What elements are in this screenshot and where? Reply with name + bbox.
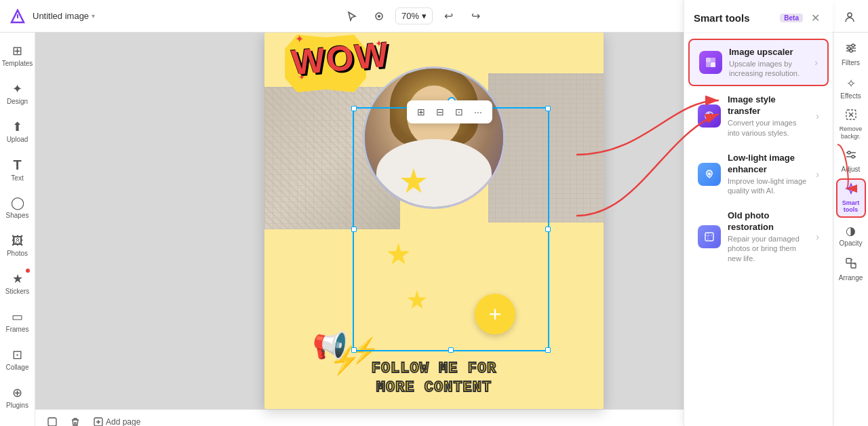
restoration-arrow-icon: › bbox=[816, 231, 819, 242]
frames-icon: ▭ bbox=[12, 309, 23, 324]
filters-icon bbox=[845, 42, 857, 58]
restoration-text: Old photo restoration Repair your damage… bbox=[728, 210, 809, 263]
handle-bm[interactable] bbox=[448, 347, 454, 353]
remove-bg-icon bbox=[845, 109, 857, 124]
photos-icon: 🖼 bbox=[12, 234, 24, 248]
sidebar-item-design[interactable]: ✦ Design bbox=[3, 76, 33, 111]
document-title[interactable]: Untitled image ▾ bbox=[33, 11, 95, 21]
templates-icon: ⊞ bbox=[12, 43, 22, 58]
sidebar-item-text[interactable]: T Text bbox=[3, 152, 33, 187]
svg-rect-33 bbox=[851, 263, 856, 268]
title-chevron-icon: ▾ bbox=[92, 12, 95, 20]
svg-rect-11 bbox=[711, 62, 715, 67]
canvas-plus-button[interactable]: + bbox=[475, 294, 515, 334]
effects-icon: ✧ bbox=[846, 77, 856, 91]
svg-point-5 bbox=[848, 13, 852, 17]
svg-rect-15 bbox=[705, 233, 713, 241]
right-panel-effects[interactable]: ✧ Effects bbox=[836, 72, 866, 104]
style-transfer-arrow-icon: › bbox=[816, 111, 819, 121]
collage-icon: ⊡ bbox=[12, 347, 22, 362]
panel-items: Image upscaler Upscale images by increas… bbox=[684, 33, 833, 426]
upscaler-arrow-icon: › bbox=[814, 57, 818, 68]
lowlight-arrow-icon: › bbox=[816, 169, 819, 180]
svg-rect-8 bbox=[706, 58, 711, 62]
svg-point-22 bbox=[850, 50, 852, 52]
sidebar-item-frames[interactable]: ▭ Frames bbox=[3, 304, 33, 339]
history-button[interactable] bbox=[43, 414, 61, 427]
float-toolbar: ⊞ ⊟ ⊡ ··· bbox=[407, 100, 492, 123]
handle-br[interactable] bbox=[545, 347, 551, 353]
image-upscaler-item[interactable]: Image upscaler Upscale images by increas… bbox=[688, 39, 829, 86]
svg-point-19 bbox=[852, 44, 854, 47]
svg-rect-6 bbox=[48, 418, 56, 426]
style-transfer-item[interactable]: Image style transfer Convert your images… bbox=[688, 88, 829, 144]
design-canvas: ✦ ✦ ✦ WOW bbox=[264, 33, 604, 409]
svg-rect-10 bbox=[706, 62, 711, 67]
float-more-btn[interactable]: ··· bbox=[469, 103, 487, 121]
float-tool-3[interactable]: ⊡ bbox=[450, 103, 468, 121]
right-panel-opacity[interactable]: ◑ Opacity bbox=[836, 219, 866, 252]
center-circle-photo bbox=[363, 66, 505, 209]
add-page-button[interactable]: Add page bbox=[90, 414, 144, 427]
sidebar-item-stickers[interactable]: ★ Stickers bbox=[3, 266, 33, 301]
right-panel-adjust[interactable]: Adjust bbox=[836, 144, 866, 177]
magic-tool-button[interactable] bbox=[368, 5, 390, 27]
shapes-icon: ◯ bbox=[11, 195, 24, 210]
handle-mr[interactable] bbox=[545, 227, 551, 232]
plugins-icon: ⊕ bbox=[12, 385, 22, 400]
canvas-right-photo bbox=[488, 73, 604, 222]
user-icon-btn[interactable] bbox=[840, 6, 860, 26]
svg-point-3 bbox=[378, 15, 380, 18]
photo-restoration-item[interactable]: Old photo restoration Repair your damage… bbox=[688, 204, 829, 270]
svg-point-16 bbox=[848, 47, 850, 50]
design-icon: ✦ bbox=[12, 81, 22, 96]
svg-rect-9 bbox=[711, 58, 715, 62]
right-panel-remove-bg[interactable]: Remove backgr. bbox=[836, 106, 866, 143]
float-tool-1[interactable]: ⊞ bbox=[412, 103, 430, 121]
opacity-icon: ◑ bbox=[846, 224, 856, 238]
sidebar-item-templates[interactable]: ⊞ Templates bbox=[3, 38, 33, 73]
main-layout: ⊞ Templates ✦ Design ⬆ Upload T Text ◯ S… bbox=[0, 33, 868, 426]
zoom-chevron-icon: ▾ bbox=[422, 11, 427, 21]
smart-tools-icon bbox=[845, 182, 857, 198]
smart-tools-panel: Smart tools Beta ✕ Image upscaler Upscal… bbox=[684, 33, 833, 426]
right-panel-smart-tools[interactable]: Smart tools bbox=[836, 178, 866, 218]
restoration-icon bbox=[698, 225, 721, 248]
svg-point-29 bbox=[852, 155, 854, 158]
sidebar-item-shapes[interactable]: ◯ Shapes bbox=[3, 190, 33, 225]
svg-rect-32 bbox=[846, 258, 851, 263]
lowlight-text: Low-light image enhancer Improve low-lig… bbox=[728, 153, 809, 195]
right-panel-filters[interactable]: Filters bbox=[836, 38, 866, 71]
follow-text: FOLLOW ME FORMORE CONTENT bbox=[372, 360, 497, 397]
float-tool-2[interactable]: ⊟ bbox=[431, 103, 449, 121]
redo-button[interactable]: ↪ bbox=[465, 5, 487, 27]
trash-button[interactable] bbox=[66, 414, 84, 427]
sidebar-item-plugins[interactable]: ⊕ Plugins bbox=[3, 380, 33, 415]
select-tool-button[interactable] bbox=[341, 5, 363, 27]
arrange-icon bbox=[845, 257, 857, 273]
upscaler-icon bbox=[699, 51, 722, 74]
logo[interactable] bbox=[8, 7, 27, 26]
style-transfer-icon bbox=[698, 104, 721, 128]
upscaler-text: Image upscaler Upscale images by increas… bbox=[729, 47, 808, 78]
stickers-icon: ★ bbox=[12, 271, 23, 286]
left-sidebar: ⊞ Templates ✦ Design ⬆ Upload T Text ◯ S… bbox=[0, 33, 35, 426]
right-panel-arrange[interactable]: Arrange bbox=[836, 253, 866, 286]
adjust-icon bbox=[845, 149, 857, 164]
style-transfer-text: Image style transfer Convert your images… bbox=[728, 94, 809, 137]
sidebar-item-collage[interactable]: ⊡ Collage bbox=[3, 342, 33, 377]
upload-icon: ⬆ bbox=[12, 119, 22, 134]
megaphone-icon: 📢 bbox=[309, 326, 349, 364]
svg-point-14 bbox=[708, 172, 711, 175]
lowlight-icon bbox=[698, 163, 721, 186]
lowlight-enhancer-item[interactable]: Low-light image enhancer Improve low-lig… bbox=[688, 146, 829, 202]
zoom-selector[interactable]: 70% ▾ bbox=[395, 7, 433, 24]
sidebar-item-upload[interactable]: ⬆ Upload bbox=[3, 114, 33, 149]
right-panel: Filters ✧ Effects Remove backgr. Adjust … bbox=[833, 33, 868, 426]
svg-point-13 bbox=[708, 115, 711, 117]
sidebar-item-photos[interactable]: 🖼 Photos bbox=[3, 228, 33, 263]
svg-point-26 bbox=[848, 151, 850, 154]
undo-button[interactable]: ↩ bbox=[438, 5, 460, 27]
text-icon: T bbox=[13, 157, 21, 173]
